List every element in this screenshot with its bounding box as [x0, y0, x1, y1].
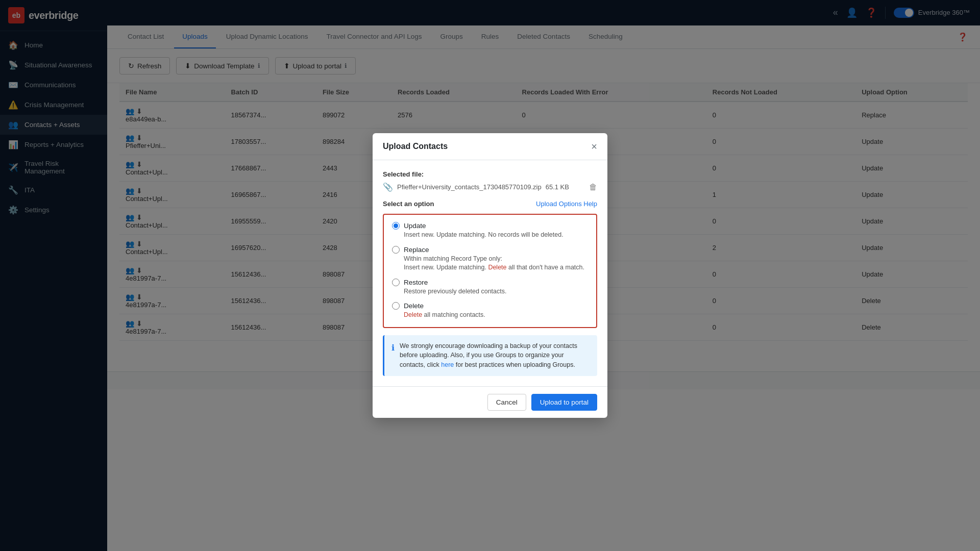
- restore-desc: Restore previously deleted contacts.: [404, 287, 588, 296]
- restore-label: Restore: [404, 279, 428, 286]
- here-link[interactable]: here: [441, 361, 454, 368]
- modal-upload-portal-button[interactable]: Upload to portal: [531, 394, 597, 411]
- option-delete: Delete Delete all matching contacts.: [392, 302, 588, 320]
- options-box: Update Insert new. Update matching. No r…: [383, 214, 597, 328]
- modal-header: Upload Contacts ×: [373, 133, 607, 160]
- option-restore: Restore Restore previously deleted conta…: [392, 279, 588, 296]
- delete-radio[interactable]: [392, 302, 400, 310]
- replace-radio[interactable]: [392, 246, 400, 254]
- upload-contacts-modal: Upload Contacts × Selected file: 📎 Pfief…: [373, 133, 607, 418]
- upload-options-help-link[interactable]: Upload Options Help: [536, 200, 597, 208]
- update-radio[interactable]: [392, 222, 400, 230]
- select-option-row: Select an option Upload Options Help: [383, 200, 597, 208]
- option-replace: Replace Within matching Record Type only…: [392, 246, 588, 272]
- paperclip-icon: 📎: [383, 182, 393, 192]
- option-update: Update Insert new. Update matching. No r…: [392, 222, 588, 240]
- file-name: Pfieffer+University_contacts_17304857701…: [397, 183, 542, 191]
- modal-overlay[interactable]: Upload Contacts × Selected file: 📎 Pfief…: [0, 0, 980, 551]
- modal-footer: Cancel Upload to portal: [373, 386, 607, 418]
- replace-delete-text: Delete: [488, 264, 506, 271]
- info-box: ℹ We strongly encourage downloading a ba…: [383, 335, 597, 376]
- restore-radio[interactable]: [392, 279, 400, 286]
- file-info: 📎 Pfieffer+University_contacts_173048577…: [383, 182, 597, 192]
- selected-file-label: Selected file:: [383, 170, 597, 178]
- modal-title: Upload Contacts: [383, 142, 448, 151]
- cancel-button[interactable]: Cancel: [487, 394, 526, 411]
- info-circle-icon: ℹ: [391, 342, 395, 370]
- file-size: 65.1 KB: [546, 183, 569, 191]
- replace-label: Replace: [404, 246, 429, 254]
- delete-all-text: Delete: [404, 311, 422, 318]
- info-text: We strongly encourage downloading a back…: [400, 341, 590, 370]
- modal-body: Selected file: 📎 Pfieffer+University_con…: [373, 160, 607, 386]
- delete-file-icon[interactable]: 🗑: [589, 183, 597, 192]
- update-label: Update: [404, 222, 426, 230]
- delete-desc: Delete all matching contacts.: [404, 311, 588, 320]
- modal-close-button[interactable]: ×: [591, 141, 597, 152]
- replace-desc: Within matching Record Type only: Insert…: [404, 255, 588, 272]
- update-desc: Insert new. Update matching. No records …: [404, 231, 588, 240]
- select-option-label: Select an option: [383, 200, 434, 208]
- delete-label: Delete: [404, 302, 424, 310]
